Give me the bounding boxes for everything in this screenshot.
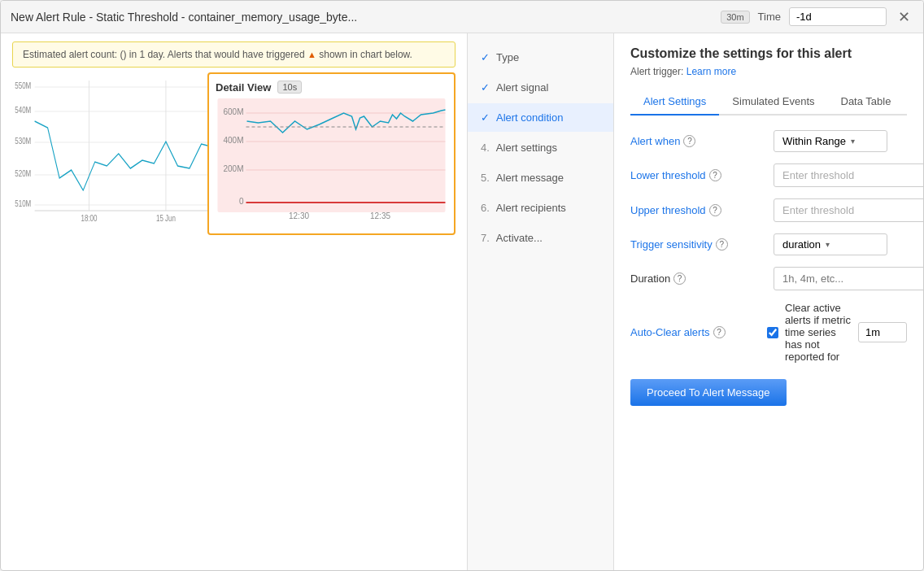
svg-text:200M: 200M bbox=[223, 164, 243, 173]
proceed-button[interactable]: Proceed To Alert Message bbox=[630, 379, 787, 406]
form-row-auto-clear: Auto-Clear alerts ? Clear active alerts … bbox=[630, 302, 907, 363]
alert-when-label: Alert when ? bbox=[630, 135, 761, 147]
svg-text:540M: 540M bbox=[15, 105, 31, 116]
sidebar-label-type: Type bbox=[496, 51, 519, 63]
upper-threshold-input[interactable] bbox=[774, 198, 923, 222]
settings-title: Customize the settings for this alert bbox=[630, 46, 907, 61]
proceed-button-row: Proceed To Alert Message bbox=[630, 379, 907, 406]
detail-view-title: Detail View bbox=[216, 81, 271, 94]
alert-banner: Estimated alert count: () in 1 day. Aler… bbox=[12, 41, 455, 68]
sidebar: ✓ Type ✓ Alert signal ✓ Alert condition … bbox=[468, 33, 614, 570]
form-row-lower-threshold: Lower threshold ? bbox=[630, 163, 907, 187]
svg-text:12:35: 12:35 bbox=[370, 211, 390, 220]
right-panel: ✓ Type ✓ Alert signal ✓ Alert condition … bbox=[468, 33, 923, 570]
sidebar-item-alert-recipients[interactable]: 6. Alert recipients bbox=[468, 194, 613, 222]
form-row-duration: Duration ? bbox=[630, 267, 907, 290]
duration-label: Duration ? bbox=[630, 272, 761, 285]
alert-when-dropdown[interactable]: Within Range ▾ bbox=[774, 130, 887, 152]
trigger-sensitivity-arrow-icon: ▾ bbox=[826, 240, 830, 249]
svg-text:400M: 400M bbox=[223, 136, 243, 145]
detail-view-badge: 10s bbox=[277, 81, 302, 94]
alert-when-arrow-icon: ▾ bbox=[851, 137, 855, 146]
time-label: Time bbox=[758, 11, 781, 23]
settings-panel: Customize the settings for this alert Al… bbox=[614, 33, 923, 570]
alert-when-help-icon[interactable]: ? bbox=[683, 135, 695, 147]
detail-view: Detail View 10s 600M 400M 200M 0 bbox=[207, 72, 455, 235]
tab-data-table[interactable]: Data Table bbox=[828, 89, 904, 116]
form-row-alert-when: Alert when ? Within Range ▾ bbox=[630, 130, 907, 152]
svg-text:550M: 550M bbox=[15, 81, 31, 91]
time-badge: 30m bbox=[721, 11, 749, 24]
main-window: New Alert Rule - Static Threshold - cont… bbox=[0, 0, 924, 571]
upper-threshold-help-icon[interactable]: ? bbox=[709, 204, 721, 216]
upper-threshold-label: Upper threshold ? bbox=[630, 204, 761, 216]
chart-area: 550M 540M 530M 520M 510M bbox=[12, 72, 455, 562]
lower-threshold-label: Lower threshold ? bbox=[630, 169, 761, 181]
svg-text:15 Jun: 15 Jun bbox=[156, 213, 176, 224]
tab-alert-settings[interactable]: Alert Settings bbox=[630, 89, 719, 116]
alert-trigger-row: Alert trigger: Learn more bbox=[630, 66, 907, 77]
tabs: Alert Settings Simulated Events Data Tab… bbox=[630, 89, 907, 116]
svg-rect-22 bbox=[218, 98, 446, 212]
sidebar-label-alert-recipients: Alert recipients bbox=[496, 202, 566, 214]
auto-clear-label: Auto-Clear alerts ? bbox=[630, 326, 761, 338]
sidebar-label-alert-condition: Alert condition bbox=[496, 111, 563, 124]
sidebar-label-alert-signal: Alert signal bbox=[496, 81, 548, 94]
auto-clear-duration-input[interactable] bbox=[858, 322, 907, 342]
trigger-sensitivity-help-icon[interactable]: ? bbox=[716, 238, 728, 251]
svg-text:600M: 600M bbox=[223, 107, 243, 116]
sidebar-item-alert-settings[interactable]: 4. Alert settings bbox=[468, 133, 613, 162]
duration-input[interactable] bbox=[774, 267, 923, 290]
sidebar-label-alert-message: Alert message bbox=[496, 172, 564, 184]
time-input[interactable] bbox=[789, 7, 887, 26]
alert-trigger-label: Alert trigger: bbox=[630, 66, 683, 77]
detail-chart: 600M 400M 200M 0 1 bbox=[216, 98, 447, 224]
tab-simulated-events[interactable]: Simulated Events bbox=[719, 89, 827, 116]
auto-clear-help-icon[interactable]: ? bbox=[713, 326, 726, 338]
svg-text:520M: 520M bbox=[15, 168, 31, 179]
form-row-trigger-sensitivity: Trigger sensitivity ? duration ▾ bbox=[630, 233, 907, 255]
auto-clear-text: Clear active alerts if metric time serie… bbox=[785, 302, 852, 363]
svg-text:530M: 530M bbox=[15, 136, 31, 146]
svg-text:0: 0 bbox=[239, 197, 244, 206]
chart-section: Estimated alert count: () in 1 day. Aler… bbox=[1, 33, 468, 570]
auto-clear-checkbox[interactable] bbox=[767, 327, 778, 338]
svg-text:510M: 510M bbox=[15, 198, 31, 209]
header: New Alert Rule - Static Threshold - cont… bbox=[1, 1, 923, 33]
sidebar-item-alert-condition[interactable]: ✓ Alert condition bbox=[468, 103, 613, 132]
trigger-sensitivity-dropdown[interactable]: duration ▾ bbox=[774, 233, 887, 255]
learn-more-link[interactable]: Learn more bbox=[686, 66, 736, 77]
sidebar-label-activate: Activate... bbox=[496, 232, 543, 244]
lower-threshold-help-icon[interactable]: ? bbox=[709, 169, 721, 181]
sidebar-item-type[interactable]: ✓ Type bbox=[468, 43, 613, 72]
window-title: New Alert Rule - Static Threshold - cont… bbox=[11, 11, 713, 24]
svg-text:12:30: 12:30 bbox=[289, 211, 309, 220]
triangle-icon: ▲ bbox=[307, 50, 316, 59]
lower-threshold-input[interactable] bbox=[774, 163, 923, 187]
sidebar-item-alert-signal[interactable]: ✓ Alert signal bbox=[468, 73, 613, 102]
sidebar-item-activate[interactable]: 7. Activate... bbox=[468, 224, 613, 252]
trigger-sensitivity-label: Trigger sensitivity ? bbox=[630, 238, 761, 251]
sidebar-label-alert-settings: Alert settings bbox=[496, 142, 557, 154]
close-button[interactable]: ✕ bbox=[895, 10, 913, 24]
duration-help-icon[interactable]: ? bbox=[673, 272, 686, 285]
svg-text:18:00: 18:00 bbox=[81, 213, 97, 224]
sidebar-item-alert-message[interactable]: 5. Alert message bbox=[468, 163, 613, 192]
form-row-upper-threshold: Upper threshold ? bbox=[630, 198, 907, 222]
